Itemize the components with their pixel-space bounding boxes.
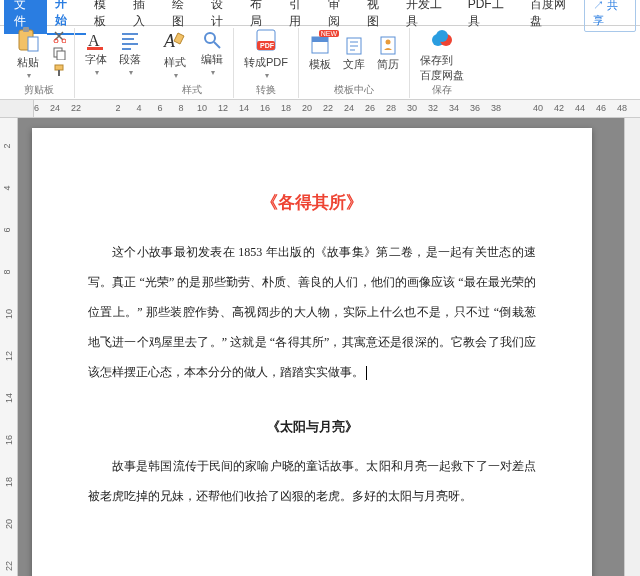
svg-point-4 (62, 39, 66, 43)
font-icon: A (85, 29, 107, 51)
cloud-icon (428, 24, 456, 52)
document-page[interactable]: 《各得其所》 这个小故事最初发表在 1853 年出版的《故事集》第二卷，是一起有… (32, 128, 592, 576)
editing-button[interactable]: 编辑▾ (197, 27, 227, 79)
horizontal-ruler[interactable]: 2624222468101214161820222426283032343638… (0, 100, 640, 118)
svg-rect-22 (312, 37, 328, 42)
resume-icon (377, 34, 399, 56)
menu-bar: 文件 开始 模板 插入 绘图 设计 布局 引用 审阅 视图 开发工具 PDF工具… (0, 0, 640, 26)
heading-2: 《太阳与月亮》 (88, 411, 536, 444)
group-clipboard: 粘贴▾ 剪贴板 (4, 28, 75, 98)
font-button[interactable]: A 字体▾ (81, 27, 111, 79)
text-cursor (366, 366, 367, 380)
vertical-scrollbar[interactable] (624, 118, 640, 576)
paste-icon (14, 26, 42, 54)
styles-button[interactable]: A 样式▾ (157, 24, 193, 82)
convert-pdf-button[interactable]: PDF 转成PDF▾ (240, 24, 292, 82)
paragraph-2: 故事是韩国流传于民间的家喻户晓的童话故事。太阳和月亮一起救下了一对差点被老虎吃掉… (88, 451, 536, 511)
page-viewport[interactable]: 《各得其所》 这个小故事最初发表在 1853 年出版的《故事集》第二卷，是一起有… (18, 118, 624, 576)
vertical-ruler[interactable]: 246810121416182022 (0, 118, 18, 576)
svg-point-31 (436, 30, 448, 42)
svg-point-28 (386, 40, 391, 45)
share-button[interactable]: ↗ 共享 (584, 0, 637, 32)
group-template-center: NEW 模板 文库 简历 模板中心 (299, 28, 410, 98)
save-cloud-button[interactable]: 保存到 百度网盘 (416, 22, 468, 85)
pdf-icon: PDF (252, 26, 280, 54)
cut-button[interactable] (50, 28, 68, 44)
svg-text:PDF: PDF (260, 42, 275, 49)
group-label-clipboard: 剪贴板 (24, 83, 54, 98)
group-font: A 字体▾ 段落▾ (75, 28, 151, 98)
svg-rect-6 (57, 51, 65, 60)
copy-button[interactable] (50, 45, 68, 61)
library-button[interactable]: 文库 (339, 32, 369, 74)
ribbon: 粘贴▾ 剪贴板 A 字体▾ 段落▾ A 样式▾ (0, 26, 640, 100)
group-label-save: 保存 (432, 83, 452, 98)
paste-button[interactable]: 粘贴▾ (10, 24, 46, 82)
editing-icon (201, 29, 223, 51)
svg-line-17 (214, 42, 220, 48)
group-label-convert: 转换 (256, 83, 276, 98)
menu-tab-baidu[interactable]: 百度网盘 (522, 0, 584, 34)
editor-area: 246810121416182022 《各得其所》 这个小故事最初发表在 185… (0, 118, 640, 576)
svg-point-16 (205, 33, 215, 43)
svg-rect-2 (28, 37, 38, 51)
paragraph-icon (119, 29, 141, 51)
group-save: 保存到 百度网盘 保存 (410, 28, 474, 98)
paragraph-1: 这个小故事最初发表在 1853 年出版的《故事集》第二卷，是一起有关世态的速写。… (88, 237, 536, 387)
group-label-styles: 样式 (182, 83, 202, 98)
resume-button[interactable]: 简历 (373, 32, 403, 74)
svg-rect-1 (23, 27, 29, 32)
group-convert: PDF 转成PDF▾ 转换 (234, 28, 299, 98)
template-icon (309, 34, 331, 56)
format-painter-button[interactable] (50, 62, 68, 78)
template-button[interactable]: NEW 模板 (305, 32, 335, 74)
svg-text:A: A (88, 32, 100, 49)
new-badge: NEW (319, 30, 339, 37)
group-styles: A 样式▾ 编辑▾ 样式 (151, 28, 234, 98)
paragraph-button[interactable]: 段落▾ (115, 27, 145, 79)
heading-1: 《各得其所》 (88, 182, 536, 225)
svg-rect-10 (87, 47, 103, 50)
library-icon (343, 34, 365, 56)
svg-rect-7 (55, 65, 63, 70)
svg-rect-8 (58, 70, 60, 76)
styles-icon: A (161, 26, 189, 54)
group-label-template-center: 模板中心 (334, 83, 374, 98)
